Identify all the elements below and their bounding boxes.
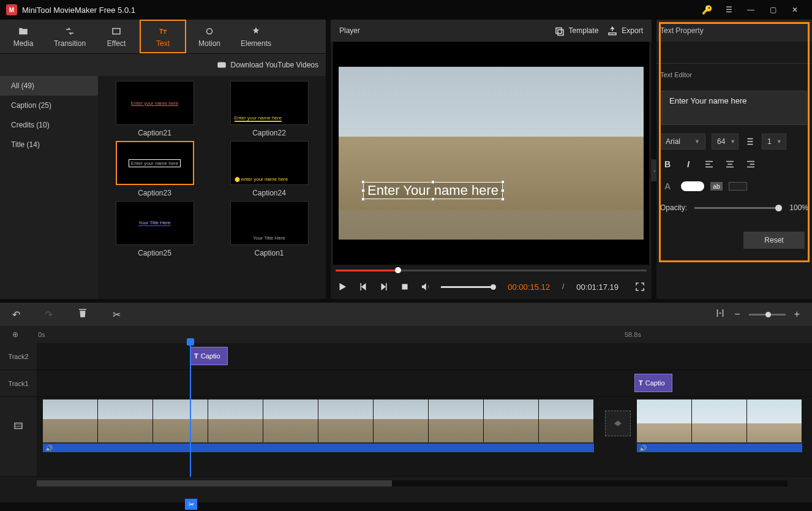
thumb-caption23[interactable]: Enter your name here: [116, 141, 194, 185]
line-height-icon: [745, 136, 756, 147]
play-button[interactable]: [337, 281, 348, 292]
add-track-icon[interactable]: ⊕: [0, 330, 31, 339]
text-template-grid: Enter your name hereCaption21 Enter your…: [98, 76, 326, 299]
category-all[interactable]: All (49): [0, 76, 98, 96]
player-panel: Player Template Export Enter Your name h…: [331, 20, 652, 299]
thumb-caption1[interactable]: Your Title Here: [230, 201, 309, 245]
reset-button[interactable]: Reset: [743, 232, 805, 249]
track1: Track1 TCaptio: [0, 370, 812, 397]
line-height-select[interactable]: 1▼: [762, 134, 786, 150]
close-button[interactable]: ✕: [784, 0, 806, 20]
text-editor-label: Text Editor: [656, 64, 812, 86]
motion-icon: [204, 26, 215, 37]
italic-button[interactable]: I: [681, 157, 696, 172]
highlight-label: ab: [710, 182, 723, 191]
prev-frame-button[interactable]: [358, 281, 369, 292]
text-editor-label: [656, 42, 812, 64]
effect-icon: [111, 26, 122, 37]
tab-motion[interactable]: Motion: [186, 20, 233, 53]
minimize-button[interactable]: —: [740, 0, 762, 20]
next-frame-button[interactable]: [378, 281, 389, 292]
tab-effect[interactable]: Effect: [93, 20, 140, 53]
category-caption[interactable]: Caption (25): [0, 96, 98, 115]
folder-icon: [18, 26, 29, 37]
zoom-slider[interactable]: [749, 314, 786, 316]
transition-icon: [64, 26, 75, 37]
redo-button[interactable]: ↷: [45, 309, 53, 320]
maximize-button[interactable]: ▢: [762, 0, 784, 20]
video-clip-1[interactable]: 🔊: [43, 399, 594, 452]
align-left-button[interactable]: [702, 157, 716, 172]
export-icon: [607, 25, 618, 36]
opacity-slider[interactable]: [694, 207, 782, 209]
fit-button[interactable]: [715, 308, 726, 321]
thumb-caption24[interactable]: ⬤ enter your name here: [230, 141, 309, 185]
thumb-caption25[interactable]: Your Title Here: [116, 201, 194, 245]
opacity-label: Opacity:: [660, 203, 687, 212]
text-color-label: A: [660, 179, 675, 194]
tab-media[interactable]: Media: [0, 20, 47, 53]
audio-track-icon: [0, 455, 37, 476]
volume-icon[interactable]: [420, 281, 431, 292]
opacity-value: 100%: [789, 203, 808, 212]
svg-point-2: [207, 28, 212, 34]
menu-icon[interactable]: ☰: [718, 0, 740, 20]
player-scrubber[interactable]: [336, 267, 647, 274]
font-size-select[interactable]: 64▼: [712, 134, 739, 150]
speaker-icon: 🔊: [639, 445, 647, 452]
text-property-header: Text Property: [656, 20, 812, 42]
properties-panel: Text Property Text Editor Enter Your nam…: [656, 20, 812, 299]
preview-canvas[interactable]: Enter Your name here: [333, 42, 649, 265]
text-icon: Tᴛ: [157, 26, 168, 37]
highlight-swatch[interactable]: [729, 182, 747, 191]
split-button[interactable]: ✂: [113, 309, 121, 320]
thumb-caption22[interactable]: Enter your name here: [230, 81, 309, 125]
text-color-swatch[interactable]: [681, 181, 704, 191]
category-list: All (49) Caption (25) Credits (10) Title…: [0, 76, 98, 299]
video-clip-2[interactable]: 🔊: [637, 399, 802, 452]
category-credits[interactable]: Credits (10): [0, 115, 98, 135]
timeline-toolbar: ↶ ↷ ✂ − +: [0, 303, 812, 326]
cut-marker[interactable]: ✂: [185, 499, 197, 510]
volume-slider[interactable]: [441, 286, 494, 288]
zoom-in-button[interactable]: +: [794, 309, 800, 320]
player-title: Player: [339, 26, 360, 35]
app-logo: M: [6, 4, 17, 15]
thumb-caption21[interactable]: Enter your name here: [116, 81, 194, 125]
youtube-icon: [216, 59, 227, 70]
tool-tabs: Media Transition Effect Tᴛ Text Motion E…: [0, 20, 326, 54]
text-overlay[interactable]: Enter Your name here: [363, 182, 503, 199]
transition-slot[interactable]: [605, 411, 631, 436]
template-icon: [554, 25, 565, 36]
template-button[interactable]: Template: [554, 25, 599, 36]
key-icon[interactable]: 🔑: [696, 0, 718, 20]
align-center-button[interactable]: [723, 157, 737, 172]
svg-rect-5: [15, 423, 22, 429]
timeline-ruler[interactable]: ⊕ 0s 58.8s: [0, 326, 812, 343]
asset-panel: Media Transition Effect Tᴛ Text Motion E…: [0, 20, 326, 299]
zoom-out-button[interactable]: −: [734, 309, 740, 320]
timeline-scrollbar[interactable]: [37, 480, 788, 486]
bold-button[interactable]: B: [660, 157, 675, 172]
delete-button[interactable]: [77, 308, 88, 321]
fullscreen-button[interactable]: [634, 281, 645, 292]
timeline: ⊕ 0s 58.8s Track2 TCaptio Track1 TCaptio: [0, 326, 812, 502]
tab-transition[interactable]: Transition: [47, 20, 93, 53]
category-title[interactable]: Title (14): [0, 135, 98, 154]
video-track: 🔊 🔊: [0, 397, 812, 455]
export-button[interactable]: Export: [607, 25, 643, 36]
download-youtube-link[interactable]: Download YouTube Videos: [216, 59, 318, 70]
undo-button[interactable]: ↶: [12, 309, 20, 320]
svg-rect-3: [217, 62, 226, 68]
tab-elements[interactable]: Elements: [233, 20, 279, 53]
text-clip-track1[interactable]: TCaptio: [634, 374, 672, 392]
align-right-button[interactable]: [743, 157, 758, 172]
svg-rect-0: [113, 28, 120, 34]
tab-text[interactable]: Tᴛ Text: [140, 20, 186, 53]
font-select[interactable]: Arial▼: [660, 134, 705, 150]
text-input[interactable]: Enter Your name here: [661, 91, 807, 125]
stop-button[interactable]: [399, 281, 410, 292]
track2: Track2 TCaptio: [0, 343, 812, 370]
playhead[interactable]: [190, 343, 191, 477]
text-clip-track2[interactable]: TCaptio: [190, 347, 228, 365]
